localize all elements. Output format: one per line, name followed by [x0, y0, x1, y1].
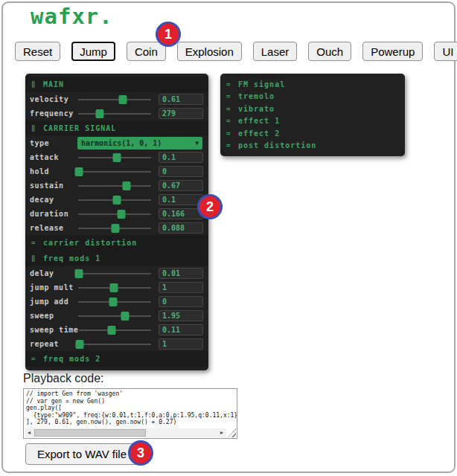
section-header-carrier-distortion[interactable]: =carrier distortion	[25, 235, 208, 251]
playback-code-textarea[interactable]: // import Gen from 'wasgen' // var gen =…	[23, 388, 237, 439]
app-frame: wafxr. ResetJumpCoinExplosionLaserOuchPo…	[1, 1, 456, 473]
sweep-time-slider[interactable]	[78, 324, 152, 335]
section-expanded-icon: ‖	[31, 81, 38, 88]
slider-thumb[interactable]	[123, 181, 131, 190]
preset-button-reset[interactable]: Reset	[15, 42, 60, 61]
section-header-vibrato[interactable]: =vibrato	[220, 103, 405, 115]
delay-value-input[interactable]: 0.01	[159, 268, 203, 279]
slider-track	[78, 344, 151, 345]
jump-mult-value-input[interactable]: 1	[159, 282, 203, 293]
section-header-freq-mods-2[interactable]: =freq mods 2	[25, 351, 208, 367]
param-row-repeat: repeat1	[25, 337, 208, 351]
preset-button-laser[interactable]: Laser	[253, 42, 298, 61]
duration-value-input[interactable]: 0.166	[159, 208, 203, 219]
slider-thumb[interactable]	[121, 312, 130, 321]
sweep-slider[interactable]	[77, 310, 152, 321]
repeat-slider[interactable]	[77, 338, 152, 350]
release-slider[interactable]	[77, 222, 152, 234]
frequency-slider[interactable]	[77, 108, 152, 119]
param-row-jump-mult: jump mult1	[25, 280, 208, 295]
slider-thumb[interactable]	[109, 298, 118, 306]
section-collapsed-icon: =	[226, 81, 233, 88]
param-row-delay: delay0.01	[25, 266, 208, 280]
repeat-value-input[interactable]: 1	[159, 338, 203, 350]
duration-slider[interactable]	[77, 208, 152, 219]
slider-thumb[interactable]	[113, 196, 121, 205]
preset-button-ui[interactable]: UI	[434, 42, 457, 61]
section-header-tremolo[interactable]: =tremolo	[220, 91, 405, 103]
export-wav-button[interactable]: Export to WAV file	[25, 443, 138, 465]
scrollbar-thumb[interactable]	[34, 429, 146, 437]
decay-value-input[interactable]: 0.1	[159, 194, 203, 205]
slider-track	[78, 113, 151, 115]
slider-thumb[interactable]	[96, 109, 104, 118]
slider-track	[78, 185, 151, 187]
section-header-effect-1[interactable]: =effect 1	[220, 115, 405, 128]
section-title: tremolo	[238, 92, 275, 100]
scroll-left-arrow-icon[interactable]: ◄	[25, 428, 33, 437]
param-label: hold	[30, 167, 77, 176]
section-header-carrier-signal[interactable]: ‖CARRIER SIGNAL	[25, 120, 208, 136]
decay-slider[interactable]	[77, 194, 152, 205]
section-header-main[interactable]: ‖MAIN	[25, 77, 208, 92]
param-row-type: typeharmonics(1, 0, 1)▼	[25, 136, 208, 150]
preset-button-explosion[interactable]: Explosion	[177, 42, 242, 61]
hold-value-input[interactable]: 0	[159, 166, 203, 177]
section-title: post distortion	[238, 141, 316, 149]
slider-thumb[interactable]	[75, 167, 83, 176]
param-row-jump-add: jump add0	[25, 295, 208, 309]
slider-thumb[interactable]	[75, 269, 83, 278]
delay-slider[interactable]	[77, 268, 152, 279]
attack-value-input[interactable]: 0.1	[159, 152, 203, 163]
sustain-slider[interactable]	[77, 180, 152, 191]
section-collapsed-icon: =	[226, 118, 233, 124]
slider-track	[78, 273, 151, 274]
resize-grip-icon[interactable]	[228, 428, 236, 437]
preset-button-jump[interactable]: Jump	[71, 42, 115, 61]
section-header-fm-signal[interactable]: =FM signal	[220, 78, 405, 91]
slider-thumb[interactable]	[112, 224, 120, 233]
preset-button-coin[interactable]: Coin	[127, 42, 166, 61]
release-value-input[interactable]: 0.088	[159, 222, 203, 234]
slider-thumb[interactable]	[119, 95, 127, 104]
param-row-velocity: velocity0.61	[25, 92, 208, 106]
section-title: effect 2	[238, 129, 280, 138]
param-label: duration	[30, 210, 77, 218]
velocity-value-input[interactable]: 0.61	[159, 94, 203, 105]
sweep-value-input[interactable]: 1.95	[159, 310, 203, 321]
section-title: vibrato	[238, 105, 275, 113]
frequency-value-input[interactable]: 279	[159, 108, 203, 119]
scroll-right-arrow-icon[interactable]: ►	[217, 428, 226, 437]
slider-thumb[interactable]	[76, 340, 84, 349]
synth-panel: ‖MAINvelocity0.61frequency279‖CARRIER SI…	[25, 74, 208, 370]
attack-slider[interactable]	[77, 152, 152, 163]
jump-mult-slider[interactable]	[77, 282, 152, 293]
param-row-hold: hold0	[25, 164, 208, 178]
fx-panel: =FM signal=tremolo=vibrato=effect 1=effe…	[220, 74, 405, 156]
slider-thumb[interactable]	[118, 210, 126, 219]
preset-button-powerup[interactable]: Powerup	[362, 42, 423, 61]
callout-badge-2: 2	[197, 194, 223, 219]
sustain-value-input[interactable]: 0.67	[159, 180, 203, 191]
param-row-decay: decay0.1	[25, 193, 208, 207]
slider-thumb[interactable]	[113, 153, 121, 162]
section-title: freq mods 2	[43, 355, 100, 363]
jump-add-value-input[interactable]: 0	[159, 296, 203, 307]
section-title: CARRIER SIGNAL	[43, 124, 116, 132]
velocity-slider[interactable]	[77, 94, 152, 105]
section-title: freq mods 1	[43, 254, 100, 263]
section-header-freq-mods-1[interactable]: ‖freq mods 1	[25, 251, 208, 266]
hold-slider[interactable]	[77, 166, 152, 177]
section-header-post-distortion[interactable]: =post distortion	[220, 140, 405, 152]
horizontal-scrollbar[interactable]: ◄ ►	[25, 428, 226, 437]
param-label: jump add	[30, 298, 77, 306]
preset-button-ouch[interactable]: Ouch	[308, 42, 351, 61]
slider-thumb[interactable]	[107, 326, 115, 335]
sweep-time-value-input[interactable]: 0.11	[159, 324, 203, 335]
slider-thumb[interactable]	[110, 283, 118, 292]
section-collapsed-icon: =	[31, 356, 38, 362]
preset-toolbar: ResetJumpCoinExplosionLaserOuchPowerupUI	[15, 42, 457, 61]
section-header-effect-2[interactable]: =effect 2	[220, 127, 405, 140]
jump-add-slider[interactable]	[77, 296, 152, 307]
type-select[interactable]: harmonics(1, 0, 1)▼	[77, 137, 202, 149]
